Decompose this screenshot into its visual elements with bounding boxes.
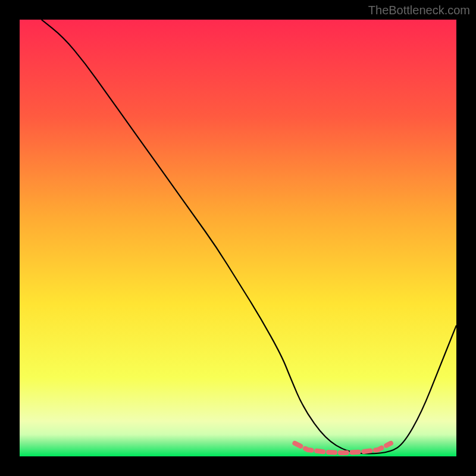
- highlight-region-path: [295, 443, 390, 453]
- chart-plot-area: [20, 20, 456, 456]
- watermark-text: TheBottleneck.com: [368, 4, 470, 17]
- chart-curves: [20, 20, 456, 456]
- bottleneck-curve-path: [42, 20, 456, 453]
